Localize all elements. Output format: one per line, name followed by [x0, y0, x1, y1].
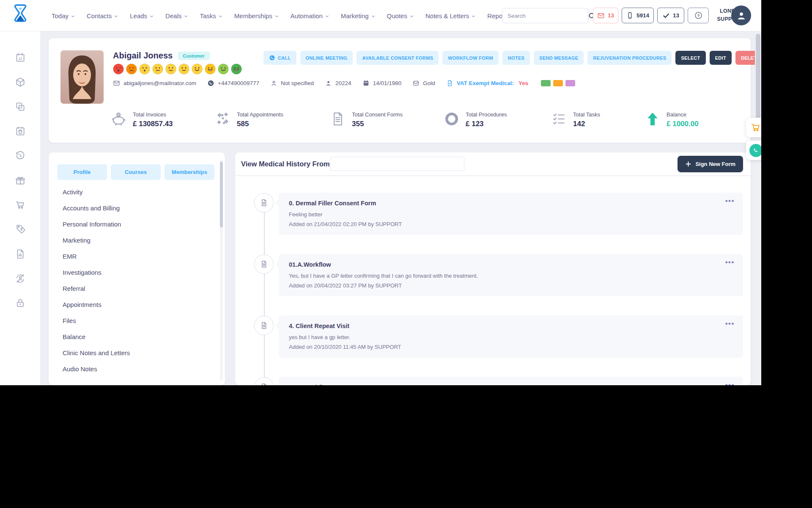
nav-item-notes-letters[interactable]: Notes & Letters	[425, 12, 476, 19]
stat-label: Total Invoices	[133, 111, 173, 118]
medical-history-card[interactable]: 01.A.WorkflowYes, but I have a GP letter…	[279, 254, 743, 296]
nav-item-deals[interactable]: Deals	[165, 12, 188, 19]
section-activity[interactable]: Activity	[49, 184, 225, 200]
mood-emoji-7[interactable]	[192, 64, 203, 75]
section-marketing[interactable]: Marketing	[49, 232, 225, 248]
stat-value: 355	[352, 120, 403, 128]
entry-options-menu[interactable]: •••	[725, 381, 735, 385]
vat-value: Yes	[518, 80, 528, 86]
nav-item-marketing[interactable]: Marketing	[341, 12, 376, 19]
tab-memberships[interactable]: Memberships	[165, 164, 214, 180]
medical-history-date-filter[interactable]	[330, 157, 464, 171]
medical-history-header: View Medical History From Sign New Form	[235, 152, 751, 176]
help-button[interactable]: ?	[688, 8, 709, 23]
chevron-down-icon	[71, 14, 75, 19]
client-type-badge: Customer	[178, 52, 209, 60]
user-avatar[interactable]	[731, 6, 751, 25]
call-button[interactable]: CALL	[263, 51, 296, 65]
search-input[interactable]	[502, 13, 587, 19]
section-balance[interactable]: Balance	[49, 329, 225, 345]
mood-emoji-4[interactable]	[152, 64, 163, 75]
section-investigations[interactable]: Investigations	[49, 264, 225, 280]
inbox-mail-button[interactable]: 13	[593, 8, 618, 23]
section-referral[interactable]: Referral	[49, 280, 225, 296]
mood-emoji-3[interactable]	[139, 64, 150, 75]
sidebar-report-icon[interactable]	[14, 248, 26, 260]
sign-new-form-button[interactable]: Sign New Form	[678, 156, 743, 172]
nav-label: Leads	[130, 12, 147, 19]
section-audio-notes[interactable]: Audio Notes	[49, 361, 225, 377]
medical-history-card[interactable]: 01.A.Workflow•••	[279, 377, 743, 385]
sidebar-price-tag-icon[interactable]	[14, 224, 26, 235]
section-files[interactable]: Files	[49, 312, 225, 329]
notes-button[interactable]: NOTES	[502, 51, 530, 65]
nav-item-memberships[interactable]: Memberships	[234, 12, 279, 19]
nav-item-contacts[interactable]: Contacts	[87, 12, 118, 19]
select-button[interactable]: SELECT	[675, 51, 705, 65]
section-personal-information[interactable]: Personal Information	[49, 216, 225, 232]
mood-emoji-9[interactable]	[218, 64, 229, 75]
client-label-swatches	[541, 80, 575, 86]
nav-item-quotes[interactable]: Quotes	[387, 12, 414, 19]
rejuvenation-procedures-button[interactable]: REJUVENATION PROCEDURES	[587, 51, 672, 65]
check-icon	[662, 12, 670, 19]
section-emr[interactable]: EMR	[49, 248, 225, 264]
entry-options-menu[interactable]: •••	[725, 258, 735, 267]
contact-phone[interactable]: +447490009777	[207, 80, 259, 87]
sidebar-cart-icon[interactable]	[14, 199, 26, 211]
client-photo[interactable]	[60, 50, 104, 104]
contact-vat-exempt: VAT Exempt Medical:Yes	[446, 80, 529, 87]
nav-item-leads[interactable]: Leads	[130, 12, 154, 19]
nav-item-tasks[interactable]: Tasks	[200, 12, 222, 19]
entry-options-menu[interactable]: •••	[725, 320, 735, 328]
price-tag-icon	[15, 224, 26, 235]
sidebar-copy-icon[interactable]	[14, 101, 26, 113]
mood-emoji-1[interactable]	[113, 64, 124, 75]
medical-history-card[interactable]: 4. Client Repeat Visityes but I have a g…	[279, 315, 743, 358]
whatsapp-floating-button[interactable]	[746, 141, 761, 160]
sidebar-gift-icon[interactable]	[14, 174, 26, 186]
entry-meta: Added on 21/04/2022 02:20 PM by SUPPORT	[289, 221, 402, 227]
sms-count-badge: 5914	[636, 12, 649, 19]
mood-emoji-5[interactable]	[165, 64, 176, 75]
sidebar-account-sync-icon[interactable]	[14, 273, 26, 284]
online-meeting-button[interactable]: ONLINE MEETING	[300, 51, 353, 65]
phone-circle-icon	[269, 55, 275, 61]
page-scrollbar-thumb[interactable]	[756, 34, 760, 129]
entry-options-menu[interactable]: •••	[725, 197, 735, 205]
cart-floating-button[interactable]	[746, 118, 761, 137]
doc-lines-icon	[259, 198, 269, 207]
sms-credits-button[interactable]: 5914	[622, 8, 654, 23]
stat-total-procedures: Total Procedures£ 123	[444, 111, 507, 129]
panel-scrollbar-thumb[interactable]	[220, 162, 223, 227]
mobile-phone-icon	[626, 12, 634, 19]
tab-courses[interactable]: Courses	[111, 164, 161, 180]
tasks-button[interactable]: 13	[657, 8, 684, 23]
workflow-form-button[interactable]: WORKFLOW FORM	[442, 51, 499, 65]
mood-emoji-8[interactable]	[205, 64, 216, 75]
sidebar-basket-icon[interactable]	[14, 125, 26, 137]
section-appointments[interactable]: Appointments	[49, 296, 225, 312]
tab-profile[interactable]: Profile	[57, 164, 107, 180]
mood-emoji-10[interactable]	[231, 64, 242, 75]
sidebar-calendar-12-icon[interactable]: 12	[14, 52, 26, 64]
entry-title: 01.A.Workflow	[289, 384, 331, 385]
medical-history-entry: 0. Dermal Filler Consent FormFeeling bet…	[235, 193, 751, 235]
sidebar-history-icon[interactable]	[14, 150, 26, 162]
contact-email[interactable]: abigailjones@mailinator.com	[113, 80, 196, 87]
medical-history-card[interactable]: 0. Dermal Filler Consent FormFeeling bet…	[279, 193, 743, 235]
send-message-button[interactable]: SEND MESSAGE	[534, 51, 584, 65]
section-clinic-notes-and-letters[interactable]: Clinic Notes and Letters	[49, 345, 225, 361]
mood-emoji-2[interactable]	[126, 64, 137, 75]
section-accounts-and-billing[interactable]: Accounts and Billing	[49, 200, 225, 216]
nav-item-automation[interactable]: Automation	[291, 12, 329, 19]
sidebar-lock-icon[interactable]	[14, 297, 26, 309]
edit-button[interactable]: EDIT	[710, 51, 732, 65]
envelope-icon	[597, 12, 605, 19]
sidebar-package-icon[interactable]	[14, 76, 26, 88]
available-consent-forms-button[interactable]: AVAILABLE CONSENT FORMS	[357, 51, 439, 65]
mood-emoji-6[interactable]	[178, 64, 189, 75]
nav-item-today[interactable]: Today	[52, 12, 75, 19]
app-logo-icon[interactable]	[10, 3, 30, 28]
client-stats-row: Total Invoices£ 130857.43Total Appointme…	[49, 111, 751, 136]
